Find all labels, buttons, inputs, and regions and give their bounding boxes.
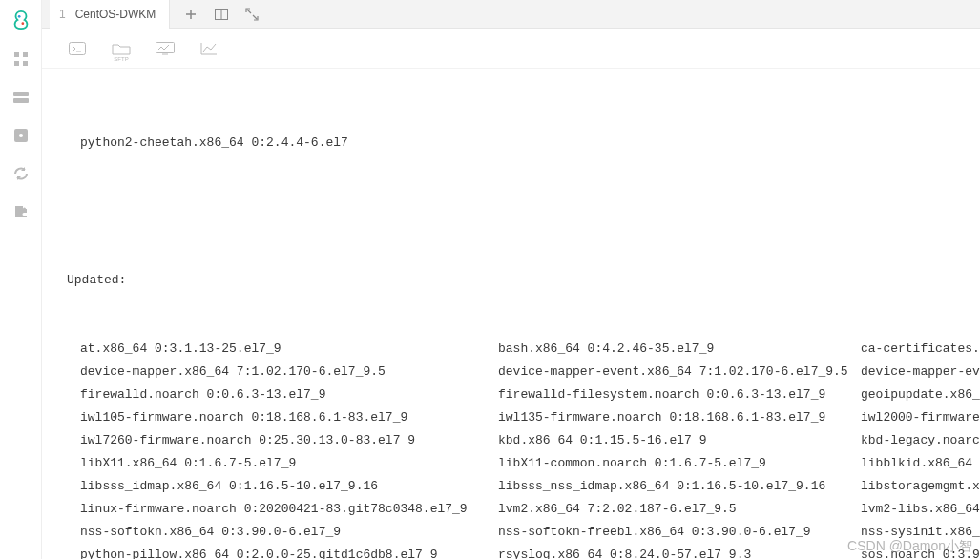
svg-rect-2 [14,52,19,57]
chart-tool-icon[interactable] [198,39,219,58]
package-cell: nss-softokn.x86_64 0:3.90.0-6.el7_9 [80,521,498,544]
tab-centos[interactable]: 1 CentOS-DWKM [50,0,170,29]
package-cell: rsyslog.x86_64 0:8.24.0-57.el7_9.3 [498,544,861,559]
app-sidebar [0,0,42,559]
updated-package-grid: at.x86_64 0:3.1.13-25.el7_9bash.x86_64 0… [67,338,980,559]
tab-index: 1 [59,8,66,21]
package-cell: bash.x86_64 0:4.2.46-35.el7_9 [498,338,861,361]
package-cell: libsss_nss_idmap.x86_64 0:1.16.5-10.el7_… [498,475,861,498]
watermark: CSDN @Damon小智 [847,538,972,555]
package-cell: iwl105-firmware.noarch 0:18.168.6.1-83.e… [80,406,498,429]
package-cell: geoipupdate.x86_64 0:2.5 [861,383,980,406]
monitor-tool-icon[interactable] [155,39,176,58]
package-row: libsss_idmap.x86_64 0:1.16.5-10.el7_9.16… [67,475,980,498]
package-cell: device-mapper-event-libs [861,361,980,383]
svg-point-0 [17,15,20,18]
package-row: device-mapper.x86_64 7:1.02.170-6.el7_9.… [67,361,980,383]
svg-rect-7 [13,98,29,103]
expand-button[interactable] [244,7,260,22]
tab-bar: 1 CentOS-DWKM [42,0,980,29]
svg-rect-13 [156,42,175,52]
sidebar-server-icon[interactable] [11,88,31,107]
app-logo [10,10,31,31]
package-cell: firewalld-filesystem.noarch 0:0.6.3-13.e… [498,383,861,406]
package-cell: device-mapper-event.x86_64 7:1.02.170-6.… [498,361,861,383]
package-row: nss-softokn.x86_64 0:3.90.0-6.el7_9nss-s… [67,521,980,544]
main-area: 1 CentOS-DWKM SFTP [42,0,980,559]
package-row: firewalld.noarch 0:0.6.3-13.el7_9firewal… [67,383,980,406]
command-tool-icon[interactable] [67,39,88,58]
sftp-tool-icon[interactable]: SFTP [111,39,132,58]
new-tab-button[interactable] [183,7,198,22]
sidebar-grid-icon[interactable] [11,50,31,69]
svg-point-1 [21,22,24,25]
package-cell: device-mapper.x86_64 7:1.02.170-6.el7_9.… [80,361,498,383]
svg-rect-6 [13,92,29,96]
package-row: python-pillow.x86_64 0:2.0.0-25.gitd1c6d… [67,544,980,559]
package-row: iwl7260-firmware.noarch 0:25.30.13.0-83.… [67,429,980,452]
svg-rect-4 [14,61,19,66]
package-cell: ca-certificates.noarch 0 [861,338,980,361]
package-row: libX11.x86_64 0:1.6.7-5.el7_9libX11-comm… [67,452,980,475]
svg-rect-3 [23,52,28,57]
split-panel-button[interactable] [214,7,229,22]
package-cell: kbd.x86_64 0:1.15.5-16.el7_9 [498,429,861,452]
package-cell: linux-firmware.noarch 0:20200421-83.git7… [80,498,498,521]
svg-rect-5 [23,61,28,66]
updated-header: Updated: [67,269,980,292]
svg-point-9 [19,134,23,137]
package-cell: firewalld.noarch 0:0.6.3-13.el7_9 [80,383,498,406]
svg-rect-12 [70,42,86,54]
sidebar-sync-icon[interactable] [11,164,31,183]
package-cell: libX11-common.noarch 0:1.6.7-5.el7_9 [498,452,861,475]
toolbar: SFTP [42,29,980,69]
package-cell: kbd-legacy.noarch 0:1.15 [861,429,980,452]
dep-line: python2-cheetah.x86_64 0:2.4.4-6.el7 [67,132,980,155]
terminal-output: python2-cheetah.x86_64 0:2.4.4-6.el7 Upd… [42,69,980,559]
package-cell: libstoragemgmt.x86_64 0 [861,475,980,498]
package-cell: iwl7260-firmware.noarch 0:25.30.13.0-83.… [80,429,498,452]
package-cell: libsss_idmap.x86_64 0:1.16.5-10.el7_9.16 [80,475,498,498]
package-cell: at.x86_64 0:3.1.13-25.el7_9 [80,338,498,361]
package-cell: libblkid.x86_64 0:2.23.2 [861,452,980,475]
tab-title: CentOS-DWKM [75,8,156,21]
package-row: iwl105-firmware.noarch 0:18.168.6.1-83.e… [67,406,980,429]
package-row: at.x86_64 0:3.1.13-25.el7_9bash.x86_64 0… [67,338,980,361]
package-cell: python-pillow.x86_64 0:2.0.0-25.gitd1c6d… [80,544,498,559]
package-cell: libX11.x86_64 0:1.6.7-5.el7_9 [80,452,498,475]
package-cell: nss-softokn-freebl.x86_64 0:3.90.0-6.el7… [498,521,861,544]
tab-actions [170,7,260,22]
package-cell: iwl2000-firmware.noarch [861,406,980,429]
package-cell: lvm2-libs.x86_64 7:2.02 [861,498,980,521]
package-cell: iwl135-firmware.noarch 0:18.168.6.1-83.e… [498,406,861,429]
sidebar-extension-icon[interactable] [11,202,31,221]
sidebar-box-icon[interactable] [11,126,31,145]
sftp-label: SFTP [114,56,128,62]
package-cell: lvm2.x86_64 7:2.02.187-6.el7_9.5 [498,498,861,521]
package-row: linux-firmware.noarch 0:20200421-83.git7… [67,498,980,521]
